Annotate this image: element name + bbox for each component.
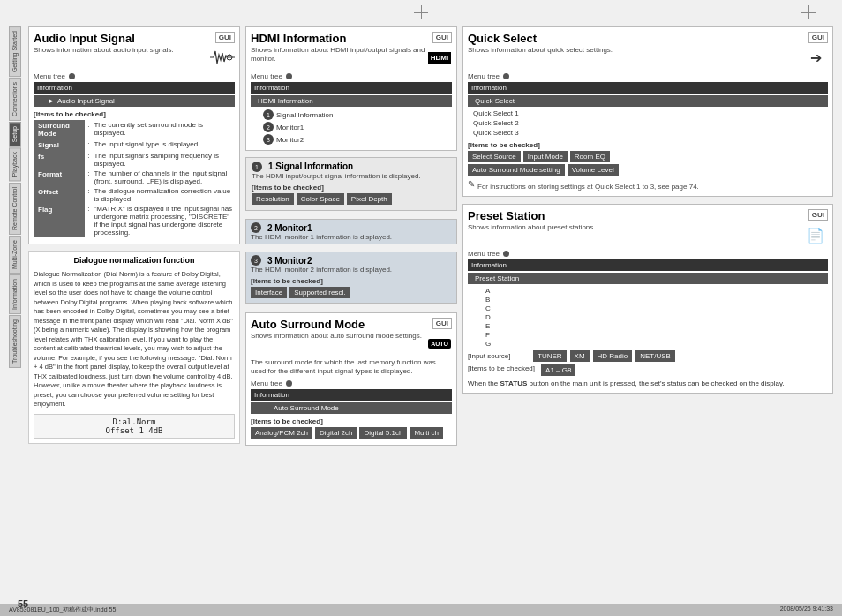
- list-item: F: [485, 330, 828, 339]
- hdmi-info-bar: Information: [251, 82, 452, 94]
- format-value: The number of channels in the input sign…: [92, 169, 235, 186]
- quick-arrow-icon: ➔: [803, 45, 828, 70]
- tab-getting-started[interactable]: Getting Started: [9, 26, 21, 77]
- auto-surround-title: Auto Surround Mode: [251, 318, 422, 331]
- auto-tree-item: Auto Surround Mode: [274, 404, 339, 412]
- list-item: 2 Monitor1: [259, 121, 452, 133]
- dialogue-title: Dialogue normalization function: [34, 256, 235, 267]
- hd-radio-badge: HD Radio: [593, 350, 633, 362]
- auto-surround-subtitle: Shows information about auto surround mo…: [251, 332, 422, 341]
- audio-input-signal-title: Audio Input Signal: [34, 32, 174, 45]
- quick-info-bar: Information: [468, 82, 828, 94]
- preset-doc-icon: 📄: [803, 222, 828, 247]
- hdmi-subtitle: Shows information about HDMI input/outpu…: [251, 46, 427, 64]
- hdmi-icon: HDMI: [427, 45, 452, 70]
- menu-tree-row: Menu tree: [34, 72, 235, 80]
- auto-tree-arrow: ►: [265, 404, 272, 412]
- fs-key: fs: [34, 151, 85, 169]
- preset-items-row: [Items to be checked] A1 – G8: [468, 364, 828, 376]
- audio-gui-badge: GUI: [215, 32, 235, 43]
- preset-station-title: Preset Station: [468, 209, 596, 222]
- quick-gui-badge: GUI: [808, 32, 828, 43]
- tab-multi-zone[interactable]: Multi-Zone: [9, 236, 21, 274]
- auto-surround-section: Auto Surround Mode Shows information abo…: [245, 312, 457, 446]
- signal-information-section: 1 1 Signal Information The HDMI input/ou…: [245, 157, 457, 211]
- list-item: E: [485, 321, 828, 330]
- list-item: C: [485, 304, 828, 312]
- preset-items-checked-label: [Items to be checked]: [468, 364, 535, 376]
- hdmi-items-checked-label: [Items to be checked]: [252, 184, 451, 192]
- menu-dot: [69, 73, 75, 79]
- audio-waveform-icon: [210, 45, 235, 70]
- table-row: fs : The input signal's sampling frequen…: [34, 151, 235, 169]
- signal-value: The input signal type is displayed.: [92, 139, 235, 151]
- tab-troubleshooting[interactable]: Troubleshooting: [9, 315, 21, 368]
- table-row: Format : The number of channels in the i…: [34, 169, 235, 186]
- tab-connections[interactable]: Connections: [9, 78, 21, 121]
- status-text: When the STATUS button on the main unit …: [468, 379, 828, 388]
- supported-resol-badge: Supported resol.: [289, 287, 350, 298]
- signal-title: 1 Signal Information: [268, 162, 353, 171]
- hdmi-items-row: Resolution Color Space Pixel Depth: [252, 193, 451, 205]
- xm-badge: XM: [570, 350, 590, 362]
- preset-letters-list: A B C D E F G: [468, 286, 828, 348]
- resolution-badge: Resolution: [252, 193, 294, 205]
- tuner-badge: TUNER: [533, 350, 567, 362]
- quick-select-title: Quick Select: [468, 32, 613, 45]
- table-row: Signal : The input signal type is displa…: [34, 139, 235, 151]
- preset-station-subtitle: Shows information about preset stations.: [468, 223, 596, 232]
- input-source-row: [Input source] TUNER XM HD Radio NET/USB: [468, 350, 828, 362]
- audio-input-signal-section: Audio Input Signal Shows information abo…: [28, 26, 240, 244]
- offset-key: Offset: [34, 186, 85, 204]
- auto-gui-badge: GUI: [432, 318, 452, 329]
- monitor-items-row: Interface Supported resol.: [251, 287, 452, 298]
- signal-desc: The HDMI input/output signal information…: [252, 172, 451, 180]
- preset-gui-badge: GUI: [808, 209, 828, 221]
- quick-menu-dot: [503, 73, 509, 79]
- tab-setup[interactable]: Setup: [9, 122, 21, 146]
- quick-select-tree: Quick Select 1 Quick Select 2 Quick Sele…: [468, 109, 828, 138]
- flag-value: "MATRIX" is displayed if the input signa…: [92, 204, 235, 237]
- hdmi-gui-badge: GUI: [432, 32, 452, 43]
- digital2ch-badge: Digital 2ch: [315, 427, 357, 439]
- list-item: B: [485, 295, 828, 304]
- hdmi-menu-dot: [286, 73, 292, 79]
- quick-items-row1: Select Source Input Mode Room EQ: [468, 151, 828, 162]
- audio-tree-arrow: ►: [48, 97, 55, 105]
- monitor2-desc: The HDMI monitor 2 information is displa…: [251, 266, 452, 274]
- dialogue-body: Dialogue Normalization (Dial Norm) is a …: [34, 270, 235, 409]
- tab-information[interactable]: Information: [9, 274, 21, 314]
- audio-items-checked-label: [Items to be checked]: [34, 110, 235, 118]
- quick-items-row2: Auto Surround Mode setting Volume Level: [468, 164, 828, 176]
- table-row: Flag : "MATRIX" is displayed if the inpu…: [34, 204, 235, 237]
- auto-menu-dot: [286, 380, 292, 387]
- audio-tree-item: Audio Input Signal: [57, 97, 115, 105]
- quick-select-2-item: Quick Select 2: [468, 118, 828, 128]
- auto-items-checked-label: [Items to be checked]: [251, 417, 452, 425]
- quick-note: For instructions on storing settings at …: [477, 182, 699, 192]
- auto-surround-setting-badge: Auto Surround Mode setting: [468, 164, 565, 176]
- left-navigation: Getting Started Connections Setup Playba…: [9, 26, 21, 595]
- fs-value: The input signal's sampling frequency is…: [92, 151, 235, 169]
- list-item: 1 Signal Information: [259, 109, 452, 121]
- tab-remote-control[interactable]: Remote Control: [9, 183, 21, 235]
- monitor1-title: 2 Monitor1: [267, 223, 312, 233]
- quick-select-subtitle: Shows information about quick select set…: [468, 46, 613, 55]
- list-item: A: [485, 286, 828, 295]
- auto-info-bar: Information: [251, 389, 452, 401]
- quick-tree-root: Quick Select: [475, 97, 515, 105]
- audio-input-signal-subtitle: Shows information about audio input sign…: [34, 46, 174, 55]
- pixel-depth-badge: Pixel Depth: [347, 193, 392, 205]
- code-display: D:al.NormOffset 1 4dB: [34, 414, 235, 439]
- preset-tree-root: Preset Station: [475, 274, 519, 282]
- list-item: D: [485, 312, 828, 321]
- select-source-badge: Select Source: [468, 151, 521, 162]
- quick-select-section: Quick Select Shows information about qui…: [462, 26, 833, 197]
- surround-mode-value: The currently set surround mode is displ…: [92, 120, 235, 139]
- status-bold: STATUS: [500, 379, 527, 387]
- tab-playback[interactable]: Playback: [9, 147, 21, 181]
- auto-icon: AUTO: [427, 331, 452, 356]
- svg-line-1: [229, 55, 230, 56]
- monitor2-title: 3 Monitor2: [267, 256, 312, 266]
- net-usb-badge: NET/USB: [635, 350, 675, 362]
